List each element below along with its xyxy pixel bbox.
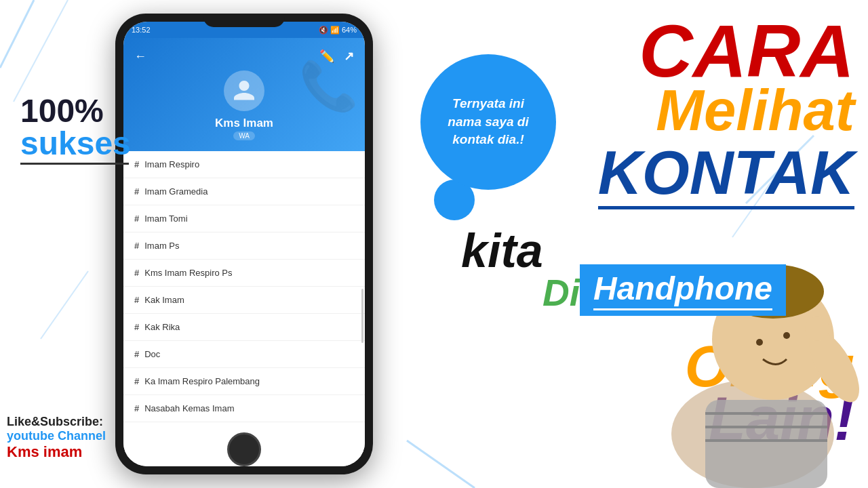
svg-point-10: [783, 332, 790, 339]
youtube-channel-label: youtube Channel: [7, 429, 106, 443]
hash-icon: #: [134, 186, 139, 197]
speech-bubble: Ternyata ini nama saya di kontak dia.!: [420, 54, 556, 190]
channel-name: Kms imam: [7, 443, 106, 461]
contact-name-3: Imam Ps: [144, 241, 179, 251]
avatar: [224, 70, 264, 111]
kontak-heading: KONTAK: [598, 142, 854, 209]
sukses-label: 100% sukses: [20, 95, 131, 165]
list-item[interactable]: # Imam Ps: [123, 232, 365, 260]
contact-name-6: Kak Rika: [144, 322, 180, 332]
svg-line-2: [407, 441, 475, 488]
avatar-icon: [232, 79, 256, 103]
home-button[interactable]: [227, 432, 261, 466]
handphone-box: Handphone: [580, 264, 786, 316]
like-subscribe-section: Like&Subscribe: youtube Channel Kms imam: [7, 415, 106, 461]
contact-name-4: Kms Imam Respiro Ps: [144, 268, 232, 278]
sukses-text: sukses: [20, 127, 131, 160]
list-item[interactable]: # Imam Respiro: [123, 151, 365, 178]
like-subscribe-label: Like&Subscribe:: [7, 415, 106, 429]
baby-image: [637, 217, 868, 488]
status-icons: 🔇 📶 64%: [319, 26, 357, 35]
hash-icon: #: [134, 322, 139, 332]
phone-notch: [203, 14, 285, 27]
list-item[interactable]: # Kms Imam Respiro Ps: [123, 260, 365, 287]
list-item[interactable]: # Kak Imam: [123, 287, 365, 314]
svg-line-0: [0, 0, 34, 68]
hash-icon: #: [134, 241, 139, 251]
list-item[interactable]: # Doc: [123, 341, 365, 368]
cara-heading: CARA: [639, 14, 854, 88]
handphone-text: Handphone: [593, 270, 772, 307]
phone-bg-icon: 📞: [299, 58, 358, 114]
sukses-underline: [20, 163, 129, 165]
hash-icon: #: [134, 295, 139, 305]
phone-screen-area: 13:52 🔇 📶 64% 📞 ← ✏️ ↗ Km: [123, 22, 365, 466]
svg-line-5: [41, 271, 88, 339]
status-time: 13:52: [132, 26, 151, 34]
hash-icon: #: [134, 159, 139, 169]
scrollbar[interactable]: [361, 289, 363, 343]
baby-svg: [637, 217, 868, 488]
contact-name-0: Imam Respiro: [144, 159, 199, 169]
contact-list: # Imam Respiro # Imam Gramedia # Imam To…: [123, 151, 365, 466]
melihat-heading: Melihat: [656, 81, 854, 139]
contact-name-7: Doc: [144, 349, 160, 359]
hash-icon: #: [134, 268, 139, 278]
speech-bubble-text: Ternyata ini nama saya di kontak dia.!: [420, 81, 556, 163]
contact-tag: WA: [233, 131, 255, 140]
list-item[interactable]: # Ka Imam Respiro Palembang: [123, 368, 365, 395]
contact-name-1: Imam Gramedia: [144, 186, 208, 197]
svg-line-1: [14, 0, 68, 102]
kita-heading: kita: [461, 224, 543, 278]
contact-name-8: Ka Imam Respiro Palembang: [144, 376, 260, 386]
hash-icon: #: [134, 349, 139, 359]
back-icon[interactable]: ←: [134, 49, 146, 64]
svg-point-16: [805, 317, 829, 341]
list-item[interactable]: # Imam Tomi: [123, 205, 365, 232]
contact-name-2: Imam Tomi: [144, 214, 187, 224]
phone-screen: 13:52 🔇 📶 64% 📞 ← ✏️ ↗ Km: [123, 22, 365, 466]
contact-name-5: Kak Imam: [144, 295, 184, 305]
di-heading: Di: [542, 271, 580, 314]
hash-icon: #: [134, 376, 139, 386]
list-item[interactable]: # Nasabah Kemas Imam: [123, 395, 365, 422]
list-item[interactable]: # Kak Rika: [123, 314, 365, 341]
percent-text: 100%: [20, 95, 131, 127]
svg-point-9: [756, 339, 763, 346]
hash-icon: #: [134, 403, 139, 413]
contact-name-9: Nasabah Kemas Imam: [144, 403, 234, 413]
list-item[interactable]: # Imam Gramedia: [123, 178, 365, 205]
contact-name: Kms Imam: [215, 117, 273, 130]
phone-mockup: 13:52 🔇 📶 64% 📞 ← ✏️ ↗ Km: [115, 14, 373, 474]
handphone-underline: [593, 308, 772, 310]
contact-header: 📞 ← ✏️ ↗ Kms Imam WA: [123, 38, 365, 151]
hash-icon: #: [134, 214, 139, 224]
